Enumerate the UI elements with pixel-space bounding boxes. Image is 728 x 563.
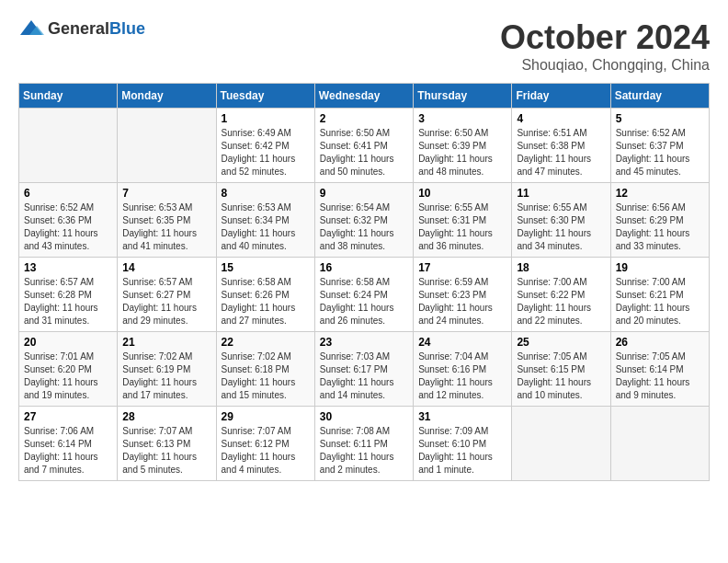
day-info: Sunrise: 6:50 AM Sunset: 6:39 PM Dayligh… — [418, 127, 506, 178]
calendar-cell: 28Sunrise: 7:07 AM Sunset: 6:13 PM Dayli… — [118, 407, 216, 481]
calendar-week-3: 13Sunrise: 6:57 AM Sunset: 6:28 PM Dayli… — [19, 258, 710, 332]
calendar-cell: 15Sunrise: 6:58 AM Sunset: 6:26 PM Dayli… — [216, 258, 314, 332]
calendar-cell: 10Sunrise: 6:55 AM Sunset: 6:31 PM Dayli… — [414, 183, 512, 258]
day-number: 3 — [418, 112, 506, 125]
calendar-cell — [610, 407, 709, 481]
calendar-cell: 30Sunrise: 7:08 AM Sunset: 6:11 PM Dayli… — [314, 407, 413, 481]
header-saturday: Saturday — [610, 84, 709, 109]
day-info: Sunrise: 6:53 AM Sunset: 6:35 PM Dayligh… — [122, 201, 210, 253]
calendar-cell: 3Sunrise: 6:50 AM Sunset: 6:39 PM Daylig… — [414, 109, 512, 183]
day-info: Sunrise: 7:07 AM Sunset: 6:13 PM Dayligh… — [122, 425, 210, 477]
calendar-cell: 29Sunrise: 7:07 AM Sunset: 6:12 PM Dayli… — [216, 407, 314, 481]
day-number: 10 — [418, 187, 506, 200]
page-header: GeneralBlue October 2024 Shouqiao, Chong… — [18, 18, 710, 74]
calendar-cell: 1Sunrise: 6:49 AM Sunset: 6:42 PM Daylig… — [216, 109, 314, 183]
day-number: 27 — [24, 410, 112, 423]
calendar-cell: 26Sunrise: 7:05 AM Sunset: 6:14 PM Dayli… — [610, 332, 709, 407]
day-number: 20 — [24, 336, 112, 349]
day-info: Sunrise: 7:02 AM Sunset: 6:18 PM Dayligh… — [222, 350, 310, 402]
day-number: 28 — [122, 410, 210, 423]
day-number: 8 — [222, 187, 310, 200]
calendar-week-1: 1Sunrise: 6:49 AM Sunset: 6:42 PM Daylig… — [19, 109, 710, 183]
calendar-cell — [512, 407, 610, 481]
calendar-cell: 23Sunrise: 7:03 AM Sunset: 6:17 PM Dayli… — [314, 332, 413, 407]
logo-text-blue: Blue — [109, 19, 145, 38]
day-info: Sunrise: 7:03 AM Sunset: 6:17 PM Dayligh… — [320, 350, 408, 402]
day-number: 17 — [418, 261, 506, 274]
day-number: 31 — [418, 410, 506, 423]
calendar-cell: 18Sunrise: 7:00 AM Sunset: 6:22 PM Dayli… — [512, 258, 610, 332]
day-info: Sunrise: 6:59 AM Sunset: 6:23 PM Dayligh… — [418, 276, 506, 327]
calendar-cell: 20Sunrise: 7:01 AM Sunset: 6:20 PM Dayli… — [19, 332, 118, 407]
day-info: Sunrise: 7:09 AM Sunset: 6:10 PM Dayligh… — [418, 425, 506, 477]
day-info: Sunrise: 6:50 AM Sunset: 6:41 PM Dayligh… — [320, 127, 408, 178]
calendar-cell: 7Sunrise: 6:53 AM Sunset: 6:35 PM Daylig… — [118, 183, 216, 258]
calendar-cell: 21Sunrise: 7:02 AM Sunset: 6:19 PM Dayli… — [118, 332, 216, 407]
calendar-cell: 17Sunrise: 6:59 AM Sunset: 6:23 PM Dayli… — [414, 258, 512, 332]
month-title: October 2024 — [500, 18, 710, 57]
calendar-week-4: 20Sunrise: 7:01 AM Sunset: 6:20 PM Dayli… — [19, 332, 710, 407]
calendar-table: Sunday Monday Tuesday Wednesday Thursday… — [18, 83, 710, 481]
day-info: Sunrise: 7:02 AM Sunset: 6:19 PM Dayligh… — [122, 350, 210, 402]
day-number: 1 — [222, 112, 310, 125]
logo: GeneralBlue — [18, 18, 145, 39]
day-number: 14 — [122, 261, 210, 274]
day-number: 22 — [222, 336, 310, 349]
calendar-cell: 5Sunrise: 6:52 AM Sunset: 6:37 PM Daylig… — [610, 109, 709, 183]
day-info: Sunrise: 6:52 AM Sunset: 6:37 PM Dayligh… — [616, 127, 704, 178]
day-number: 26 — [616, 336, 704, 349]
day-number: 12 — [616, 187, 704, 200]
day-info: Sunrise: 6:55 AM Sunset: 6:31 PM Dayligh… — [418, 201, 506, 253]
day-number: 15 — [222, 261, 310, 274]
day-number: 7 — [122, 187, 210, 200]
day-info: Sunrise: 6:54 AM Sunset: 6:32 PM Dayligh… — [320, 201, 408, 253]
calendar-cell: 13Sunrise: 6:57 AM Sunset: 6:28 PM Dayli… — [19, 258, 118, 332]
day-number: 29 — [222, 410, 310, 423]
calendar-cell — [118, 109, 216, 183]
day-info: Sunrise: 7:01 AM Sunset: 6:20 PM Dayligh… — [24, 350, 112, 402]
logo-icon — [18, 18, 44, 39]
calendar-week-2: 6Sunrise: 6:52 AM Sunset: 6:36 PM Daylig… — [19, 183, 710, 258]
calendar-cell: 6Sunrise: 6:52 AM Sunset: 6:36 PM Daylig… — [19, 183, 118, 258]
title-area: October 2024 Shouqiao, Chongqing, China — [500, 18, 710, 74]
day-info: Sunrise: 7:00 AM Sunset: 6:21 PM Dayligh… — [616, 276, 704, 327]
header-friday: Friday — [512, 84, 610, 109]
calendar-cell — [19, 109, 118, 183]
day-info: Sunrise: 7:07 AM Sunset: 6:12 PM Dayligh… — [222, 425, 310, 477]
day-info: Sunrise: 7:08 AM Sunset: 6:11 PM Dayligh… — [320, 425, 408, 477]
header-tuesday: Tuesday — [216, 84, 314, 109]
location-title: Shouqiao, Chongqing, China — [500, 57, 710, 74]
calendar-cell: 19Sunrise: 7:00 AM Sunset: 6:21 PM Dayli… — [610, 258, 709, 332]
day-number: 25 — [517, 336, 605, 349]
calendar-cell: 25Sunrise: 7:05 AM Sunset: 6:15 PM Dayli… — [512, 332, 610, 407]
day-info: Sunrise: 6:49 AM Sunset: 6:42 PM Dayligh… — [222, 127, 310, 178]
day-number: 16 — [320, 261, 408, 274]
day-info: Sunrise: 6:52 AM Sunset: 6:36 PM Dayligh… — [24, 201, 112, 253]
day-info: Sunrise: 6:53 AM Sunset: 6:34 PM Dayligh… — [222, 201, 310, 253]
header-thursday: Thursday — [414, 84, 512, 109]
day-info: Sunrise: 7:00 AM Sunset: 6:22 PM Dayligh… — [517, 276, 605, 327]
day-number: 24 — [418, 336, 506, 349]
header-row: Sunday Monday Tuesday Wednesday Thursday… — [19, 84, 710, 109]
calendar-cell: 4Sunrise: 6:51 AM Sunset: 6:38 PM Daylig… — [512, 109, 610, 183]
day-number: 30 — [320, 410, 408, 423]
calendar-body: 1Sunrise: 6:49 AM Sunset: 6:42 PM Daylig… — [19, 109, 710, 481]
day-number: 4 — [517, 112, 605, 125]
day-number: 11 — [517, 187, 605, 200]
day-info: Sunrise: 7:05 AM Sunset: 6:14 PM Dayligh… — [616, 350, 704, 402]
day-info: Sunrise: 6:58 AM Sunset: 6:26 PM Dayligh… — [222, 276, 310, 327]
day-info: Sunrise: 6:56 AM Sunset: 6:29 PM Dayligh… — [616, 201, 704, 253]
day-number: 18 — [517, 261, 605, 274]
calendar-cell: 12Sunrise: 6:56 AM Sunset: 6:29 PM Dayli… — [610, 183, 709, 258]
calendar-cell: 14Sunrise: 6:57 AM Sunset: 6:27 PM Dayli… — [118, 258, 216, 332]
calendar-cell: 9Sunrise: 6:54 AM Sunset: 6:32 PM Daylig… — [314, 183, 413, 258]
day-number: 23 — [320, 336, 408, 349]
logo-text-general: General — [48, 19, 109, 38]
calendar-week-5: 27Sunrise: 7:06 AM Sunset: 6:14 PM Dayli… — [19, 407, 710, 481]
calendar-cell: 2Sunrise: 6:50 AM Sunset: 6:41 PM Daylig… — [314, 109, 413, 183]
day-number: 21 — [122, 336, 210, 349]
header-sunday: Sunday — [19, 84, 118, 109]
header-wednesday: Wednesday — [314, 84, 413, 109]
calendar-cell: 27Sunrise: 7:06 AM Sunset: 6:14 PM Dayli… — [19, 407, 118, 481]
day-number: 13 — [24, 261, 112, 274]
